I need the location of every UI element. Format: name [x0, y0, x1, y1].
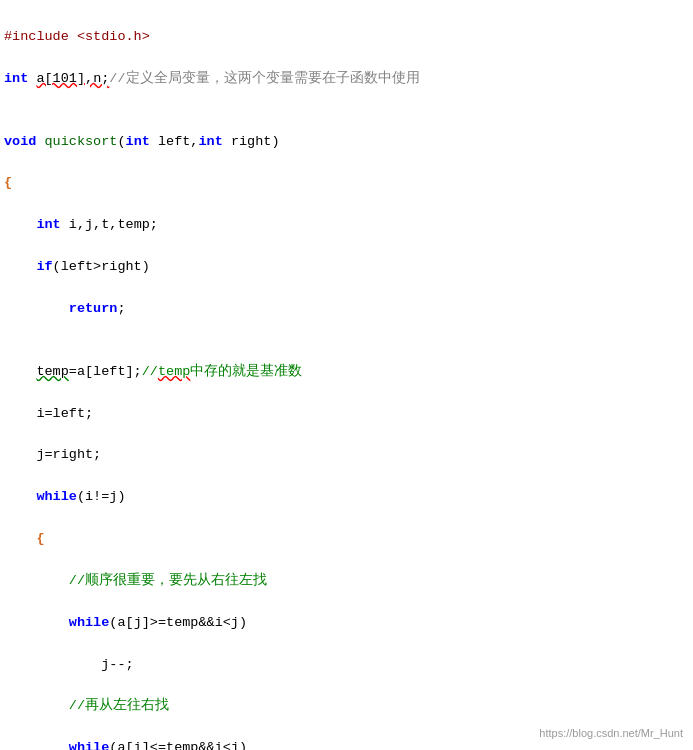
line-17: j--;	[4, 655, 689, 676]
line-12: j=right;	[4, 445, 689, 466]
line-1: #include <stdio.h>	[4, 27, 689, 48]
code-block: #include <stdio.h> int a[101],n;//定义全局变量…	[0, 0, 693, 750]
line-7: if(left>right)	[4, 257, 689, 278]
line-13: while(i!=j)	[4, 487, 689, 508]
line-14: {	[4, 529, 689, 550]
line-5: {	[4, 173, 689, 194]
watermark-text: https://blog.csdn.net/Mr_Hunt	[539, 725, 683, 742]
line-6: int i,j,t,temp;	[4, 215, 689, 236]
line-2: int a[101],n;//定义全局变量，这两个变量需要在子函数中使用	[4, 69, 689, 90]
line-15: //顺序很重要，要先从右往左找	[4, 571, 689, 592]
line-4: void quicksort(int left,int right)	[4, 132, 689, 153]
line-11: i=left;	[4, 404, 689, 425]
line-18: //再从左往右找	[4, 696, 689, 717]
line-10: temp=a[left];//temp中存的就是基准数	[4, 362, 689, 383]
line-16: while(a[j]>=temp&&i<j)	[4, 613, 689, 634]
line-8: return;	[4, 299, 689, 320]
